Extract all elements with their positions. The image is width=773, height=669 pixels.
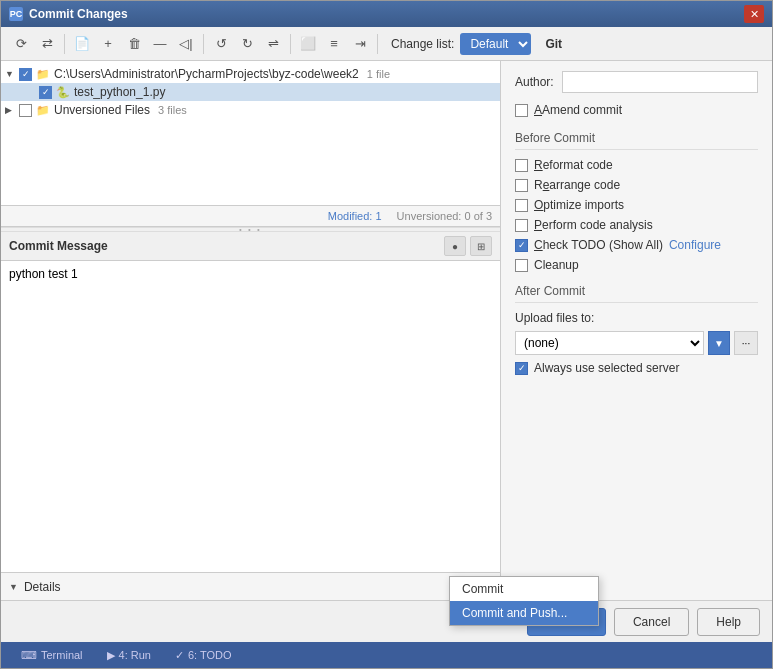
configure-link[interactable]: Configure bbox=[669, 238, 721, 252]
change-list-label: Change list: bbox=[391, 37, 454, 51]
dropdown-commit-item[interactable]: Commit bbox=[450, 577, 598, 601]
run-label: 4: Run bbox=[119, 649, 151, 661]
upload-dropdown-button[interactable]: ▼ bbox=[708, 331, 730, 355]
action1-button[interactable]: ⬜ bbox=[296, 32, 320, 56]
upload-dots-button[interactable]: ··· bbox=[734, 331, 758, 355]
before-commit-title: Before Commit bbox=[515, 131, 758, 150]
commit-dropdown-menu: Commit Commit and Push... bbox=[449, 576, 599, 626]
author-input[interactable] bbox=[562, 71, 758, 93]
details-label: Details bbox=[24, 580, 61, 594]
details-arrow-icon: ▼ bbox=[9, 582, 18, 592]
unversioned-status: Unversioned: 0 of 3 bbox=[397, 210, 492, 222]
upload-select[interactable]: (none) bbox=[515, 331, 704, 355]
cancel-button[interactable]: Cancel bbox=[614, 608, 689, 636]
author-label: Author: bbox=[515, 75, 554, 89]
toolbar-separator-4 bbox=[377, 34, 378, 54]
list-item[interactable]: ▶ 📁 Unversioned Files 3 files bbox=[1, 101, 500, 119]
right-panel: Author: AAmend commit Before Commit Refo… bbox=[501, 61, 772, 600]
delete-button[interactable]: 🗑 bbox=[122, 32, 146, 56]
terminal-icon: ⌨ bbox=[21, 649, 37, 662]
refresh-button[interactable]: ⟳ bbox=[9, 32, 33, 56]
upload-label: Upload files to: bbox=[515, 311, 758, 325]
app-statusbar: ⌨ Terminal ▶ 4: Run ✓ 6: TODO bbox=[1, 642, 772, 668]
cleanup-row: Cleanup bbox=[515, 258, 758, 272]
commit-message-header: Commit Message ● ⊞ bbox=[1, 232, 500, 261]
rearrange-label: Rearrange code bbox=[534, 178, 620, 192]
after-commit-section: After Commit Upload files to: (none) ▼ ·… bbox=[515, 284, 758, 375]
rearrange-checkbox[interactable] bbox=[515, 179, 528, 192]
commit-message-label: Commit Message bbox=[9, 239, 108, 253]
new-button[interactable]: + bbox=[96, 32, 120, 56]
diff-button[interactable]: ⇄ bbox=[35, 32, 59, 56]
action3-button[interactable]: ⇥ bbox=[348, 32, 372, 56]
bottom-bar: Commit Cancel Help bbox=[1, 600, 772, 642]
code-analysis-row: Perform code analysis bbox=[515, 218, 758, 232]
todo-tab[interactable]: ✓ 6: TODO bbox=[163, 642, 244, 668]
folder-count: 1 file bbox=[367, 68, 390, 80]
window-title: Commit Changes bbox=[29, 7, 128, 21]
minus-button[interactable]: — bbox=[148, 32, 172, 56]
after-commit-title: After Commit bbox=[515, 284, 758, 303]
folder-checkbox[interactable] bbox=[19, 68, 32, 81]
run-icon: ▶ bbox=[107, 649, 115, 662]
titlebar-left: PC Commit Changes bbox=[9, 7, 128, 21]
tree-arrow-expand: ▼ bbox=[5, 69, 15, 79]
list-item[interactable]: ▼ 📁 C:\Users\Administrator\PycharmProjec… bbox=[1, 65, 500, 83]
details-section[interactable]: ▼ Details bbox=[1, 572, 500, 600]
close-button[interactable]: ✕ bbox=[744, 5, 764, 23]
toolbar-separator-2 bbox=[203, 34, 204, 54]
optimize-checkbox[interactable] bbox=[515, 199, 528, 212]
always-use-row: Always use selected server bbox=[515, 361, 758, 375]
commit-message-textarea[interactable]: python test 1 bbox=[1, 261, 500, 572]
terminal-label: Terminal bbox=[41, 649, 83, 661]
redo-button[interactable]: ↻ bbox=[235, 32, 259, 56]
toolbar: ⟳ ⇄ 📄 + 🗑 — ◁| ↺ ↻ ⇌ ⬜ ≡ ⇥ Change list: … bbox=[1, 27, 772, 61]
unversioned-checkbox[interactable] bbox=[19, 104, 32, 117]
reformat-row: Reformat code bbox=[515, 158, 758, 172]
help-button[interactable]: Help bbox=[697, 608, 760, 636]
unversioned-folder-icon: 📁 bbox=[36, 103, 50, 117]
check-todo-row: Check TODO (Show All) Configure bbox=[515, 238, 758, 252]
unversioned-label: Unversioned Files bbox=[54, 103, 150, 117]
move-left-button[interactable]: ◁| bbox=[174, 32, 198, 56]
commit-message-icons: ● ⊞ bbox=[444, 236, 492, 256]
cleanup-label: Cleanup bbox=[534, 258, 579, 272]
run-tab[interactable]: ▶ 4: Run bbox=[95, 642, 163, 668]
file-checkbox[interactable] bbox=[39, 86, 52, 99]
unversioned-count: 3 files bbox=[158, 104, 187, 116]
always-use-checkbox[interactable] bbox=[515, 362, 528, 375]
todo-label: 6: TODO bbox=[188, 649, 232, 661]
main-content: ▼ 📁 C:\Users\Administrator\PycharmProjec… bbox=[1, 61, 772, 600]
action2-button[interactable]: ≡ bbox=[322, 32, 346, 56]
check-todo-checkbox[interactable] bbox=[515, 239, 528, 252]
python-file-name: test_python_1.py bbox=[74, 85, 165, 99]
amend-checkbox[interactable] bbox=[515, 104, 528, 117]
toolbar-separator-1 bbox=[64, 34, 65, 54]
status-bar: Modified: 1 Unversioned: 0 of 3 bbox=[1, 206, 500, 227]
check-todo-label: Check TODO (Show All) bbox=[534, 238, 663, 252]
commit-changes-window: PC Commit Changes ✕ ⟳ ⇄ 📄 + 🗑 — ◁| ↺ ↻ ⇌… bbox=[0, 0, 773, 669]
dropdown-commit-push-item[interactable]: Commit and Push... bbox=[450, 601, 598, 625]
reformat-checkbox[interactable] bbox=[515, 159, 528, 172]
folder-icon: 📁 bbox=[36, 67, 50, 81]
optimize-row: Optimize imports bbox=[515, 198, 758, 212]
change-list-dropdown[interactable]: Default bbox=[460, 33, 531, 55]
compare-button[interactable]: ⇌ bbox=[261, 32, 285, 56]
code-analysis-label: Perform code analysis bbox=[534, 218, 653, 232]
tree-arrow-collapsed: ▶ bbox=[5, 105, 15, 115]
record-button[interactable]: ● bbox=[444, 236, 466, 256]
amend-row: AAmend commit bbox=[515, 103, 758, 117]
author-row: Author: bbox=[515, 71, 758, 93]
app-icon: PC bbox=[9, 7, 23, 21]
rearrange-row: Rearrange code bbox=[515, 178, 758, 192]
always-use-label: Always use selected server bbox=[534, 361, 679, 375]
commit-message-section: Commit Message ● ⊞ python test 1 bbox=[1, 232, 500, 572]
code-analysis-checkbox[interactable] bbox=[515, 219, 528, 232]
undo-button[interactable]: ↺ bbox=[209, 32, 233, 56]
file-tree: ▼ 📁 C:\Users\Administrator\PycharmProjec… bbox=[1, 61, 500, 206]
list-item[interactable]: 🐍 test_python_1.py bbox=[1, 83, 500, 101]
terminal-tab[interactable]: ⌨ Terminal bbox=[9, 642, 95, 668]
cleanup-checkbox[interactable] bbox=[515, 259, 528, 272]
expand-button[interactable]: ⊞ bbox=[470, 236, 492, 256]
add-button[interactable]: 📄 bbox=[70, 32, 94, 56]
